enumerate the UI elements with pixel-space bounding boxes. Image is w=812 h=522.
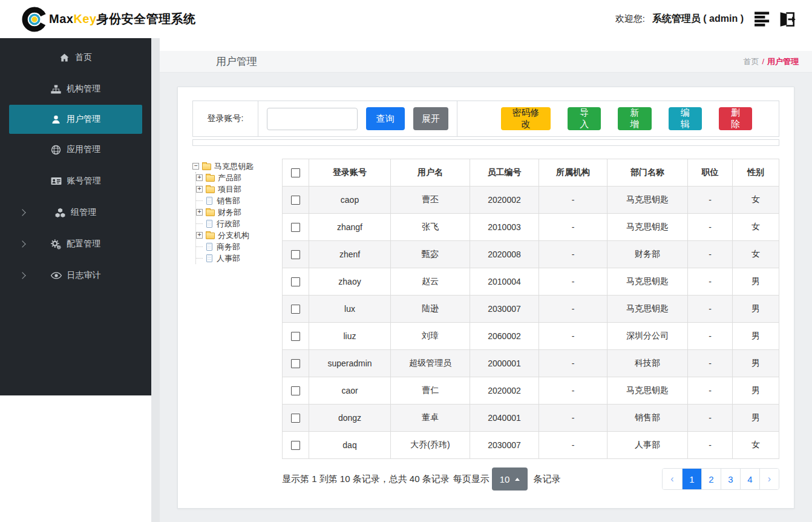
welcome-label: 欢迎您: [615, 13, 645, 25]
table-row[interactable]: zhangf张飞2010003-马克思钥匙-女 [283, 214, 779, 241]
row-checkbox[interactable] [291, 441, 300, 450]
table-row[interactable]: liuz刘璋2060002-深圳分公司-男 [283, 323, 779, 350]
expand-expander-icon[interactable]: + [196, 209, 203, 216]
select-all-checkbox[interactable] [291, 168, 300, 177]
tree-connector [196, 246, 203, 247]
table-cell: 2010003 [470, 214, 539, 241]
table-row[interactable]: zhaoy赵云2010004-马克思钥匙-男 [283, 268, 779, 296]
table-cell: zhenf [309, 241, 391, 268]
expand-expander-icon[interactable]: + [196, 174, 203, 181]
action-buttons: 密码修改导入新增编辑删除 [457, 101, 779, 136]
table-row[interactable]: dongz董卓2040001-销售部-男 [283, 405, 779, 432]
table-cell: - [539, 432, 607, 459]
page-button-1[interactable]: 1 [682, 469, 701, 489]
select-all-header-cell [283, 159, 309, 187]
tree-node-label: 行政部 [217, 219, 240, 230]
sidebar-item-app[interactable]: 应用管理 [0, 134, 151, 165]
tree-node-label: 销售部 [217, 196, 240, 206]
tree-node[interactable]: +分支机构 [196, 230, 282, 241]
sidebar-item-org[interactable]: 机构管理 [0, 73, 151, 105]
tree-node[interactable]: +项目部 [196, 183, 282, 195]
tree-node-label: 财务部 [218, 207, 241, 218]
page-button-2[interactable]: 2 [701, 469, 721, 489]
sidebar-item-label: 账号管理 [67, 176, 101, 187]
sidebar-item-audit[interactable]: 日志审计 [0, 260, 151, 291]
table-cell: - [539, 241, 607, 268]
breadcrumb-home-link[interactable]: 首页 [743, 56, 759, 67]
table-cell: - [539, 268, 607, 296]
table-row[interactable]: zhenf甄宓2020008-财务部-女 [283, 241, 779, 268]
table-cell: 陆逊 [391, 296, 470, 323]
content-top-strip [160, 38, 812, 51]
tree-node[interactable]: 商务部 [196, 241, 282, 253]
caret-up-icon [515, 478, 520, 481]
row-checkbox[interactable] [291, 223, 300, 232]
table-row[interactable]: superadmin超级管理员2000001-科技部-男 [283, 350, 779, 377]
table-row[interactable]: lux陆逊2030007-马克思钥匙-男 [283, 296, 779, 323]
tree-node[interactable]: 人事部 [196, 253, 282, 264]
page-button-3[interactable]: 3 [721, 469, 740, 489]
delete-button[interactable]: 删除 [719, 107, 752, 130]
table-cell: 马克思钥匙 [607, 214, 688, 241]
table-cell: - [539, 377, 607, 405]
logout-icon[interactable] [779, 12, 796, 27]
row-select-cell [283, 323, 309, 350]
tree-node[interactable]: +财务部 [196, 206, 282, 218]
expand-expander-icon[interactable]: + [196, 232, 203, 239]
brand[interactable]: MaxKey身份安全管理系统 [22, 7, 196, 32]
sidebar-item-group[interactable]: 组管理 [0, 197, 151, 228]
table-cell: 2040001 [470, 405, 539, 432]
column-header: 登录账号 [309, 159, 391, 187]
table-cell: caor [309, 377, 391, 405]
add-button[interactable]: 新增 [618, 107, 651, 130]
sidebar-item-account[interactable]: 账号管理 [0, 165, 151, 197]
change-password-button[interactable]: 密码修改 [501, 107, 551, 130]
row-checkbox[interactable] [291, 414, 300, 423]
page-size-dropdown[interactable]: 10 [492, 467, 528, 491]
table-cell: 2060002 [470, 323, 539, 350]
sidebar-item-config[interactable]: 配置管理 [0, 228, 151, 260]
login-account-input[interactable] [267, 108, 358, 130]
row-checkbox[interactable] [291, 359, 300, 368]
table-cell: 女 [733, 241, 779, 268]
tree-node-label: 人事部 [217, 253, 240, 264]
tree-node[interactable]: 行政部 [196, 218, 282, 230]
header-right: 欢迎您: 系统管理员 ( admin ) [615, 12, 796, 27]
row-checkbox[interactable] [291, 305, 300, 314]
table-row[interactable]: caop曹丕2020002-马克思钥匙-女 [283, 187, 779, 214]
table-cell: 深圳分公司 [607, 323, 688, 350]
row-checkbox[interactable] [291, 332, 300, 341]
import-button[interactable]: 导入 [568, 107, 601, 130]
sidebar-gutter [151, 38, 160, 522]
row-checkbox[interactable] [291, 386, 300, 395]
chevron-right-icon [19, 240, 25, 247]
query-button[interactable]: 查询 [366, 107, 405, 130]
sidebar-item-user[interactable]: 用户管理 [9, 105, 142, 134]
table-cell: 男 [733, 405, 779, 432]
tree-node[interactable]: +产品部 [196, 172, 282, 183]
page-button-4[interactable]: 4 [740, 469, 759, 489]
collapse-expander-icon[interactable]: − [192, 163, 199, 170]
edit-button[interactable]: 编辑 [669, 107, 702, 130]
prev-page-button[interactable]: ‹ [663, 469, 682, 489]
expand-expander-icon[interactable]: + [196, 186, 203, 193]
table-header-row: 登录账号用户名员工编号所属机构部门名称职位性别 [283, 159, 779, 187]
table-row[interactable]: caor曹仁2020002-马克思钥匙-男 [283, 377, 779, 405]
menu-list-icon[interactable] [755, 12, 772, 27]
file-icon [206, 254, 212, 262]
table-cell: 女 [733, 214, 779, 241]
table-row[interactable]: daq大乔(乔玮)2030007-人事部-女 [283, 432, 779, 459]
table-cell: lux [309, 296, 391, 323]
sidebar-item-home[interactable]: 首页 [0, 42, 151, 73]
app-header: MaxKey身份安全管理系统 欢迎您: 系统管理员 ( admin ) [0, 0, 812, 38]
chevron-right-icon [19, 209, 25, 216]
row-checkbox[interactable] [291, 277, 300, 286]
expand-button[interactable]: 展开 [413, 107, 448, 130]
row-checkbox[interactable] [291, 196, 300, 205]
tree-node[interactable]: 销售部 [196, 195, 282, 206]
tree-root-node[interactable]: −马克思钥匙 [192, 160, 282, 172]
sidebar-item-label: 日志审计 [67, 270, 101, 281]
table-cell: 男 [733, 268, 779, 296]
next-page-button[interactable]: › [759, 469, 779, 489]
row-checkbox[interactable] [291, 250, 300, 259]
